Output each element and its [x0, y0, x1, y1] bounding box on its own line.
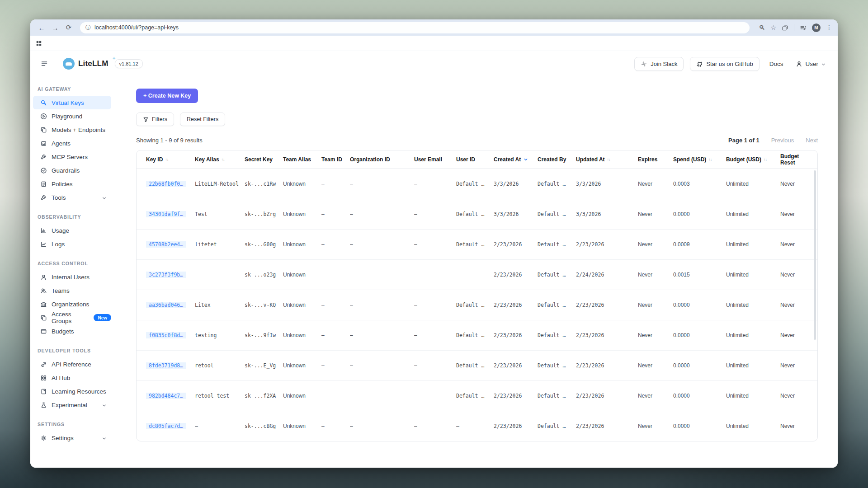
- user-id-cell: Default …: [456, 362, 494, 369]
- organization-id-cell: –: [350, 423, 414, 429]
- sidebar-item-api-reference[interactable]: API Reference: [33, 357, 111, 371]
- key-id-link[interactable]: aa36bad046…: [146, 302, 186, 308]
- sidebar-item-experimental[interactable]: Experimental: [33, 398, 111, 412]
- column-header-updated-at[interactable]: Updated At↑↓: [576, 156, 638, 163]
- column-header-team-id[interactable]: Team ID: [321, 156, 350, 163]
- sidebar-item-internal-users[interactable]: Internal Users: [33, 270, 111, 284]
- organization-id-cell: –: [350, 332, 414, 338]
- sidebar-item-virtual-keys[interactable]: Virtual Keys: [33, 96, 111, 109]
- site-info-icon[interactable]: ⓘ: [85, 24, 91, 32]
- book-icon: [40, 388, 47, 395]
- column-header-key-id[interactable]: Key ID↑↓: [146, 156, 195, 163]
- column-header-secret-key[interactable]: Secret Key: [245, 156, 283, 163]
- column-header-budget[interactable]: Budget (USD)↑↓: [726, 156, 780, 163]
- sidebar-item-policies[interactable]: Policies: [33, 177, 111, 191]
- address-bar[interactable]: ⓘ localhost:4000/ui/?page=api-keys: [80, 22, 750, 33]
- key-id-link[interactable]: dc805fac7d…: [146, 423, 186, 429]
- budget-reset-cell: Never: [780, 362, 817, 369]
- column-header-user-email[interactable]: User Email: [414, 156, 456, 163]
- table-row[interactable]: aa36bad046… Litex sk-...v-KQ Unknown – –…: [137, 290, 817, 320]
- sidebar-item-access-groups[interactable]: Access Groups New: [33, 311, 111, 324]
- sidebar-item-playground[interactable]: Playground: [33, 109, 111, 123]
- table-row[interactable]: 45708b2ee4… litetet sk-...G00g Unknown –…: [137, 229, 817, 259]
- extensions-icon[interactable]: [782, 24, 788, 31]
- reset-filters-button[interactable]: Reset Filters: [180, 113, 225, 126]
- wrench-icon: [40, 154, 47, 160]
- browser-menu-icon[interactable]: ⋮: [826, 24, 832, 31]
- line-chart-icon: [40, 241, 47, 248]
- user-id-cell: Default …: [456, 241, 494, 248]
- sidebar-item-agents[interactable]: Agents: [33, 136, 111, 150]
- filters-button[interactable]: Filters: [136, 113, 174, 126]
- app-header: LiteLLM v1.81.12 Join Slack Star us on G…: [30, 51, 838, 76]
- expires-cell: Never: [638, 393, 673, 399]
- grouped-boxes-icon: [40, 314, 47, 321]
- key-id-link[interactable]: 34301daf9f…: [146, 211, 186, 217]
- team-alias-cell: Unknown: [283, 302, 321, 308]
- apps-grid-icon[interactable]: [36, 40, 42, 47]
- column-header-key-alias[interactable]: Key Alias↑↓: [195, 156, 245, 163]
- table-row[interactable]: 8fde3719d8… retool sk-...E_Vg Unknown – …: [137, 350, 817, 380]
- join-slack-button[interactable]: Join Slack: [634, 57, 684, 71]
- back-icon[interactable]: ←: [36, 24, 47, 32]
- key-id-link[interactable]: 22b68fb0f0…: [146, 181, 186, 187]
- table-row[interactable]: 982bd484c7… retool-test sk-...f2XA Unkno…: [137, 380, 817, 411]
- sidebar-item-learning-resources[interactable]: Learning Resources: [33, 385, 111, 398]
- column-header-created-at[interactable]: Created At: [494, 156, 538, 163]
- key-id-link[interactable]: 8fde3719d8…: [146, 362, 186, 369]
- secret-key-cell: sk-...v-KQ: [245, 302, 283, 308]
- bookmark-star-icon[interactable]: ☆: [770, 24, 776, 31]
- sidebar-item-teams[interactable]: Teams: [33, 284, 111, 297]
- table-scrollbar[interactable]: [814, 170, 816, 340]
- key-id-link[interactable]: 45708b2ee4…: [146, 241, 186, 248]
- user-menu[interactable]: User: [796, 61, 826, 67]
- zoom-icon[interactable]: 🔍︎: [759, 24, 765, 31]
- sidebar-item-organizations[interactable]: Organizations: [33, 297, 111, 311]
- person-icon: [40, 274, 47, 281]
- column-header-expires[interactable]: Expires: [638, 156, 673, 163]
- media-controls-icon[interactable]: [800, 24, 807, 31]
- chevron-down-icon: [821, 61, 826, 66]
- forward-icon[interactable]: →: [49, 24, 61, 32]
- sidebar-item-settings[interactable]: Settings: [33, 431, 111, 445]
- main-content: + Create New Key Filters Reset Filters S…: [116, 76, 838, 468]
- table-row[interactable]: 3c273f3f9b… – sk-...o23g Unknown – – – –…: [137, 259, 817, 290]
- sidebar-item-ai-hub[interactable]: AI Hub: [33, 371, 111, 385]
- create-new-key-button[interactable]: + Create New Key: [136, 89, 198, 103]
- sidebar-item-models-endpoints[interactable]: Models + Endpoints: [33, 123, 111, 136]
- column-header-team-alias[interactable]: Team Alias: [283, 156, 321, 163]
- table-row[interactable]: f0835c0f8d… testing sk-...9fIw Unknown –…: [137, 320, 817, 350]
- created-at-cell: 2/23/2026: [494, 362, 538, 369]
- column-header-created-by[interactable]: Created By: [538, 156, 576, 163]
- key-id-link[interactable]: 982bd484c7…: [146, 393, 186, 399]
- next-button[interactable]: Next: [806, 137, 818, 144]
- sidebar-item-tools[interactable]: Tools: [33, 191, 111, 204]
- column-header-budget-reset[interactable]: Budget Reset: [780, 153, 817, 166]
- sidebar: AI GATEWAY Virtual Keys Playground Model…: [30, 76, 116, 468]
- column-header-user-id[interactable]: User ID: [456, 156, 494, 163]
- table-row[interactable]: 22b68fb0f0… LiteLLM-Retool sk-...c1Rw Un…: [137, 169, 817, 199]
- created-at-cell: 2/23/2026: [494, 332, 538, 338]
- sidebar-item-logs[interactable]: Logs: [33, 237, 111, 251]
- created-at-cell: 2/23/2026: [494, 423, 538, 429]
- sidebar-collapse-icon[interactable]: [38, 57, 51, 70]
- docs-link[interactable]: Docs: [769, 61, 783, 67]
- key-id-link[interactable]: 3c273f3f9b…: [146, 272, 186, 278]
- section-label: AI GATEWAY: [30, 86, 116, 92]
- star-github-button[interactable]: Star us on GitHub: [690, 57, 759, 71]
- team-alias-cell: Unknown: [283, 241, 321, 248]
- table-row[interactable]: 34301daf9f… Test sk-...bZrg Unknown – – …: [137, 199, 817, 229]
- team-id-cell: –: [321, 332, 350, 338]
- reload-icon[interactable]: ⟳: [63, 23, 75, 32]
- previous-button[interactable]: Previous: [771, 137, 794, 144]
- sidebar-item-mcp-servers[interactable]: MCP Servers: [33, 150, 111, 164]
- key-id-link[interactable]: f0835c0f8d…: [146, 332, 186, 338]
- sidebar-item-guardrails[interactable]: Guardrails: [33, 164, 111, 177]
- column-header-spend[interactable]: Spend (USD)↑↓: [673, 156, 726, 163]
- created-by-cell: Default …: [538, 181, 576, 187]
- table-row[interactable]: dc805fac7d… – sk-...cBGg Unknown – – – –…: [137, 411, 817, 441]
- column-header-organization-id[interactable]: Organization ID: [350, 156, 414, 163]
- browser-profile-avatar[interactable]: M: [812, 23, 821, 32]
- sidebar-item-usage[interactable]: Usage: [33, 224, 111, 237]
- sidebar-item-budgets[interactable]: Budgets: [33, 324, 111, 338]
